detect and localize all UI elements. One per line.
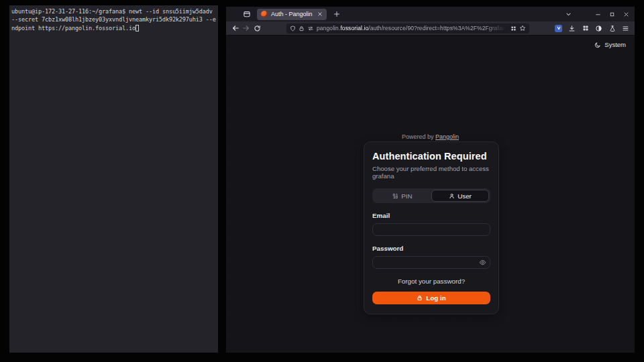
browser-window: Auth - Pangolin	[226, 7, 635, 353]
browser-tab-auth-pangolin[interactable]: Auth - Pangolin	[257, 9, 327, 20]
email-field[interactable]	[372, 223, 490, 236]
vimium-extension-icon[interactable]	[553, 23, 564, 34]
show-password-eye-icon[interactable]	[478, 258, 486, 266]
forward-button[interactable]	[241, 23, 252, 34]
close-window-button[interactable]	[621, 9, 631, 19]
menu-hamburger-icon[interactable]	[621, 23, 631, 34]
tabbar-right-controls	[563, 9, 631, 19]
url-bar[interactable]: pangolin.fossorial.io/auth/resource/90?r…	[286, 23, 529, 34]
page-content: System Powered by Pangolin Authenticatio…	[226, 36, 635, 353]
auth-method-tabs: PIN User	[372, 188, 490, 203]
tab-pin[interactable]: PIN	[374, 190, 431, 202]
urlbar-grid-icon[interactable]	[511, 25, 517, 32]
toolbar-right-icons	[553, 23, 631, 34]
tab-title: Auth - Pangolin	[271, 11, 313, 17]
https-lock-icon[interactable]	[299, 25, 305, 32]
url-text: pangolin.fossorial.io/auth/resource/90?r…	[317, 25, 508, 32]
forgot-password-link[interactable]: Forgot your password?	[372, 278, 490, 285]
card-title: Authentication Required	[372, 151, 490, 162]
user-icon	[449, 193, 455, 199]
extensions-flask-icon[interactable]	[607, 23, 617, 34]
terminal-window[interactable]: ubuntu@ip-172-31-27-116:~/grafana$ newt …	[9, 5, 218, 353]
minimize-button[interactable]	[593, 9, 602, 19]
terminal-line: --secret 7cbz1xw08lh1jbzey03yxvndljvneam…	[11, 15, 217, 23]
pangolin-link[interactable]: Pangolin	[435, 133, 459, 140]
tracking-protection-shield-icon[interactable]	[290, 25, 296, 32]
firefox-view-icon[interactable]	[241, 9, 253, 19]
tab-close-icon[interactable]	[316, 10, 324, 18]
password-field[interactable]	[372, 256, 490, 269]
browser-toolbar: pangolin.fossorial.io/auth/resource/90?r…	[226, 21, 635, 36]
maximize-button[interactable]	[607, 9, 616, 19]
theme-label: System	[604, 41, 626, 48]
card-subtitle: Choose your preferred method to access g…	[372, 165, 490, 180]
theme-toggle[interactable]: System	[594, 41, 626, 48]
back-button[interactable]	[230, 23, 241, 34]
new-tab-button[interactable]	[331, 9, 343, 19]
tab-bar: Auth - Pangolin	[226, 7, 635, 21]
login-button[interactable]: Log in	[372, 292, 490, 304]
moon-icon	[594, 42, 601, 48]
auth-card: Authentication Required Choose your pref…	[364, 141, 499, 314]
tab-user[interactable]: User	[431, 190, 489, 202]
powered-by: Powered by Pangolin	[226, 133, 635, 140]
terminal-cursor	[136, 25, 139, 32]
bookmark-star-icon[interactable]	[519, 25, 526, 32]
reload-button[interactable]	[252, 23, 262, 34]
pangolin-favicon-icon	[261, 11, 268, 17]
darkreader-extension-icon[interactable]	[594, 23, 604, 34]
swap-arrows-icon[interactable]	[307, 25, 314, 32]
downloads-icon[interactable]	[567, 23, 577, 34]
terminal-line: ubuntu@ip-172-31-27-116:~/grafana$ newt …	[11, 7, 217, 15]
pin-keypad-icon	[392, 193, 398, 199]
password-label: Password	[372, 245, 490, 252]
terminal-line: ndpoint https://pangolin.fossorial.io	[11, 24, 217, 32]
email-label: Email	[372, 212, 490, 219]
grid-extension-icon[interactable]	[580, 23, 590, 34]
login-lock-icon	[417, 295, 423, 301]
list-all-tabs-chevron-icon[interactable]	[563, 9, 574, 19]
